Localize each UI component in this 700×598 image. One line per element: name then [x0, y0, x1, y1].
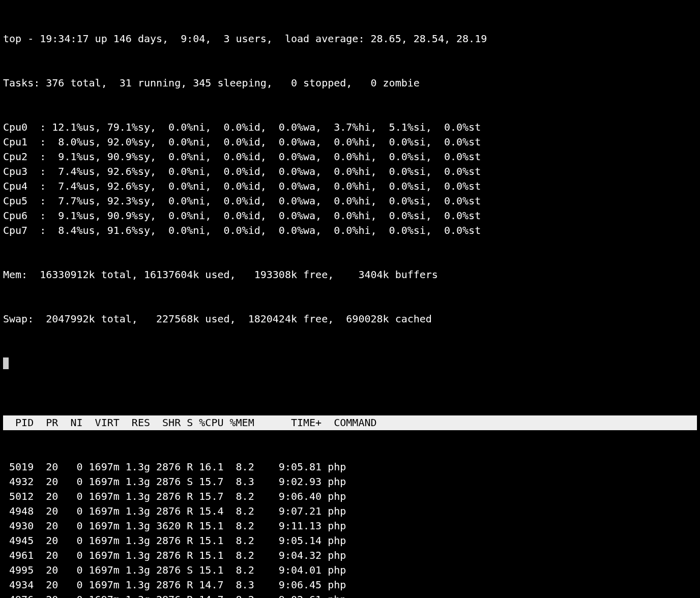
process-row: 4934 20 0 1697m 1.3g 2876 R 14.7 8.3 9:0…: [3, 578, 697, 592]
swap-summary-line: Swap: 2047992k total, 227568k used, 1820…: [3, 312, 697, 326]
process-row: 4995 20 0 1697m 1.3g 2876 S 15.1 8.2 9:0…: [3, 563, 697, 578]
cpu-summary-line: Cpu0 : 12.1%us, 79.1%sy, 0.0%ni, 0.0%id,…: [3, 120, 697, 135]
process-table-header: PID PR NI VIRT RES SHR S %CPU %MEM TIME+…: [3, 415, 697, 430]
process-row: 4948 20 0 1697m 1.3g 2876 R 15.4 8.2 9:0…: [3, 504, 697, 519]
cpu-summary-line: Cpu6 : 9.1%us, 90.9%sy, 0.0%ni, 0.0%id, …: [3, 208, 697, 223]
process-row: 4930 20 0 1697m 1.3g 3620 R 15.1 8.2 9:1…: [3, 519, 697, 533]
cursor-icon: [3, 357, 9, 369]
cpu-summary-line: Cpu1 : 8.0%us, 92.0%sy, 0.0%ni, 0.0%id, …: [3, 135, 697, 150]
blank-line: [3, 356, 697, 371]
process-row: 4932 20 0 1697m 1.3g 2876 S 15.7 8.3 9:0…: [3, 474, 697, 489]
top-summary-line: top - 19:34:17 up 146 days, 9:04, 3 user…: [3, 32, 697, 46]
cpu-summary-line: Cpu3 : 7.4%us, 92.6%sy, 0.0%ni, 0.0%id, …: [3, 164, 697, 179]
cpu-summary-line: Cpu2 : 9.1%us, 90.9%sy, 0.0%ni, 0.0%id, …: [3, 150, 697, 164]
process-row: 5012 20 0 1697m 1.3g 2876 R 15.7 8.2 9:0…: [3, 489, 697, 504]
mem-summary-line: Mem: 16330912k total, 16137604k used, 19…: [3, 267, 697, 282]
cpu-summary-line: Cpu7 : 8.4%us, 91.6%sy, 0.0%ni, 0.0%id, …: [3, 223, 697, 238]
cpu-summary-line: Cpu4 : 7.4%us, 92.6%sy, 0.0%ni, 0.0%id, …: [3, 179, 697, 194]
terminal-screen[interactable]: top - 19:34:17 up 146 days, 9:04, 3 user…: [0, 0, 700, 598]
process-row: 4961 20 0 1697m 1.3g 2876 R 15.1 8.2 9:0…: [3, 548, 697, 563]
cpu-summary-line: Cpu5 : 7.7%us, 92.3%sy, 0.0%ni, 0.0%id, …: [3, 194, 697, 208]
process-row: 4945 20 0 1697m 1.3g 2876 R 15.1 8.2 9:0…: [3, 533, 697, 548]
process-row: 5019 20 0 1697m 1.3g 2876 R 16.1 8.2 9:0…: [3, 460, 697, 474]
tasks-summary-line: Tasks: 376 total, 31 running, 345 sleepi…: [3, 76, 697, 91]
process-row: 4976 20 0 1697m 1.3g 2876 R 14.7 8.2 9:0…: [3, 592, 697, 598]
